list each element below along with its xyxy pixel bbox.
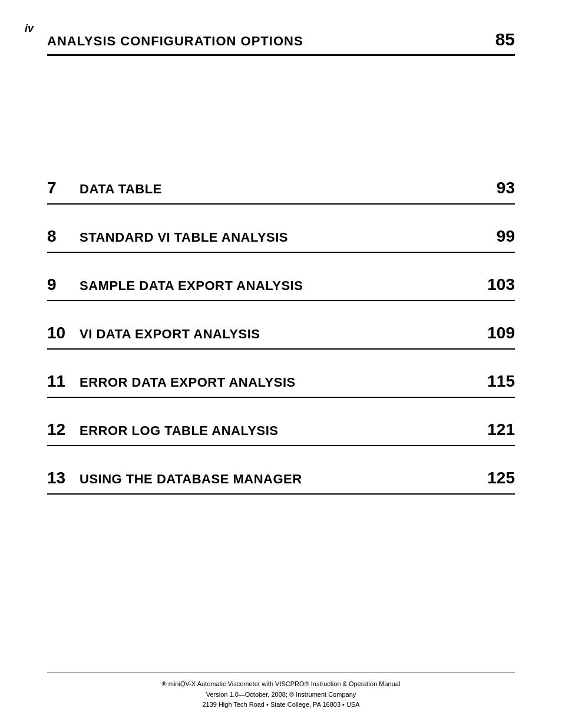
- toc-entry: 8STANDARD VI TABLE ANALYSIS99: [47, 210, 515, 259]
- toc-entry-inner-4: 11ERROR DATA EXPORT ANALYSIS115: [47, 355, 515, 398]
- header-section: ANALYSIS CONFIGURATION OPTIONS 85: [47, 29, 515, 56]
- toc-entry-inner-6: 13USING THE DATABASE MANAGER125: [47, 452, 515, 495]
- toc-title-0: DATA TABLE: [80, 182, 480, 197]
- toc-title-1: STANDARD VI TABLE ANALYSIS: [80, 230, 480, 245]
- toc-num-2: 9: [47, 275, 80, 294]
- page: iv ANALYSIS CONFIGURATION OPTIONS 85 7DA…: [0, 0, 562, 728]
- toc-page-5: 121: [480, 420, 515, 439]
- toc-page-1: 99: [480, 227, 515, 246]
- toc-num-6: 13: [47, 469, 80, 487]
- toc-entries: 7DATA TABLE938STANDARD VI TABLE ANALYSIS…: [47, 162, 515, 500]
- toc-entry: 9SAMPLE DATA EXPORT ANALYSIS103: [47, 259, 515, 307]
- toc-page-6: 125: [480, 469, 515, 487]
- toc-title-5: ERROR LOG TABLE ANALYSIS: [80, 423, 480, 439]
- toc-entry: 7DATA TABLE93: [47, 162, 515, 210]
- toc-title-3: VI DATA EXPORT ANALYSIS: [80, 327, 480, 342]
- toc-entry: 12ERROR LOG TABLE ANALYSIS121: [47, 404, 515, 452]
- footer-text: ® miniQV-X Automatic Viscometer with VIS…: [47, 679, 515, 710]
- toc-title-4: ERROR DATA EXPORT ANALYSIS: [80, 375, 480, 390]
- toc-entry: 13USING THE DATABASE MANAGER125: [47, 452, 515, 500]
- toc-entry-inner-2: 9SAMPLE DATA EXPORT ANALYSIS103: [47, 259, 515, 301]
- toc-num-1: 8: [47, 227, 80, 246]
- page-marker: iv: [25, 22, 34, 35]
- toc-page-3: 109: [480, 324, 515, 342]
- toc-entry-inner-5: 12ERROR LOG TABLE ANALYSIS121: [47, 404, 515, 446]
- toc-num-4: 11: [47, 372, 80, 391]
- toc-entry: 11ERROR DATA EXPORT ANALYSIS115: [47, 355, 515, 404]
- toc-entry-inner-3: 10VI DATA EXPORT ANALYSIS109: [47, 307, 515, 350]
- footer-line2: Version 1.0—October, 2008; ® Instrument …: [206, 691, 356, 698]
- toc-page-2: 103: [480, 275, 515, 294]
- toc-page-0: 93: [480, 179, 515, 197]
- toc-entry: 10VI DATA EXPORT ANALYSIS109: [47, 307, 515, 355]
- footer-line1: ® miniQV-X Automatic Viscometer with VIS…: [162, 680, 401, 687]
- toc-num-5: 12: [47, 420, 80, 439]
- toc-entry-inner-0: 7DATA TABLE93: [47, 162, 515, 205]
- toc-num-0: 7: [47, 179, 80, 197]
- header-page-number: 85: [495, 29, 515, 50]
- toc-entry-inner-1: 8STANDARD VI TABLE ANALYSIS99: [47, 210, 515, 253]
- toc-title-2: SAMPLE DATA EXPORT ANALYSIS: [80, 278, 480, 294]
- footer: ® miniQV-X Automatic Viscometer with VIS…: [47, 673, 515, 710]
- footer-line3: 2139 High Tech Road • State College, PA …: [202, 701, 359, 708]
- toc-title-6: USING THE DATABASE MANAGER: [80, 472, 480, 487]
- toc-page-4: 115: [480, 372, 515, 391]
- toc-num-3: 10: [47, 324, 80, 342]
- header-title: ANALYSIS CONFIGURATION OPTIONS: [47, 34, 303, 49]
